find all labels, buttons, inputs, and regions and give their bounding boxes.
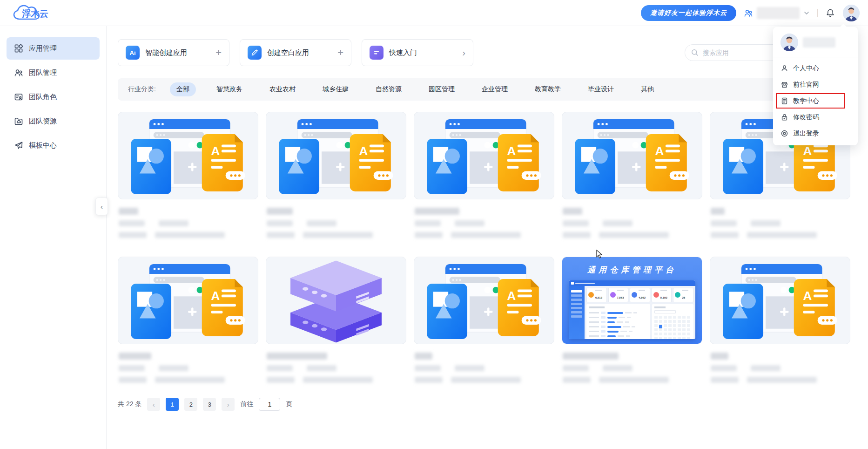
clipboard-icon xyxy=(781,97,788,105)
prev-page-button[interactable]: ‹ xyxy=(147,398,160,411)
sidebar-item-team-resources[interactable]: 团队资源 xyxy=(7,110,100,132)
dropdown-user-header xyxy=(773,27,858,57)
sidebar-item-label: 团队角色 xyxy=(29,93,57,102)
app-info-blurred xyxy=(451,232,521,238)
app-thumbnail: A xyxy=(118,112,258,199)
notification-bell-icon[interactable] xyxy=(825,8,835,18)
filter-option[interactable]: 企业管理 xyxy=(475,82,514,96)
menu-item-label: 退出登录 xyxy=(793,129,819,138)
sidebar-item-team-roles[interactable]: 团队角色 xyxy=(7,86,100,108)
app-card[interactable] xyxy=(266,257,406,392)
filter-option[interactable]: 教育教学 xyxy=(528,82,567,96)
user-avatar[interactable] xyxy=(843,5,860,21)
purple-box-illustration xyxy=(266,257,406,344)
app-card[interactable]: A xyxy=(118,112,258,247)
sidebar-collapse-button[interactable]: ‹ xyxy=(95,197,108,215)
app-info-blurred xyxy=(307,220,336,226)
app-info-blurred xyxy=(455,220,484,226)
app-info-blurred xyxy=(267,365,293,371)
filter-option[interactable]: 城乡住建 xyxy=(316,82,355,96)
menu-item-teaching-center[interactable]: 教学中心 xyxy=(773,93,858,109)
pagination: 共 22 条 ‹ 1 2 3 › 前往 页 xyxy=(118,398,852,411)
menu-item-official-site[interactable]: 前往官网 xyxy=(773,76,858,93)
topbar: 浮木云 邀请好友一起体验浮木云 xyxy=(0,0,868,26)
app-title-blurred xyxy=(415,353,432,360)
menu-item-logout[interactable]: 退出登录 xyxy=(773,125,858,142)
app-title-blurred xyxy=(563,208,582,215)
app-card-meta xyxy=(710,344,850,392)
sidebar-item-label: 应用管理 xyxy=(29,44,57,53)
app-info-blurred xyxy=(455,365,484,371)
document-app-illustration: A xyxy=(710,257,850,344)
app-thumbnail: 通用仓库管理平台 6,512 7,563 4,562 5,192 28 xyxy=(562,257,702,344)
sidebar-item-label: 模板中心 xyxy=(29,141,57,150)
blank-create-app-button[interactable]: 创建空白应用 + xyxy=(240,39,351,66)
svg-text:A: A xyxy=(803,144,812,158)
app-info-blurred xyxy=(303,232,373,238)
document-app-illustration: A xyxy=(414,257,554,344)
menu-item-label: 前往官网 xyxy=(793,81,819,89)
sidebar-item-label: 团队管理 xyxy=(29,68,57,77)
app-title-blurred xyxy=(415,208,459,215)
ai-create-app-button[interactable]: Ai 智能创建应用 + xyxy=(118,39,229,66)
username-blurred xyxy=(757,7,800,19)
app-card[interactable]: A xyxy=(562,112,702,247)
app-info-blurred xyxy=(159,365,188,371)
app-info-blurred xyxy=(415,232,443,238)
lock-icon xyxy=(781,113,788,121)
page-button-3[interactable]: 3 xyxy=(203,398,216,411)
app-info-blurred xyxy=(303,377,373,383)
sidebar-item-team-management[interactable]: 团队管理 xyxy=(7,61,100,84)
topbar-divider xyxy=(817,9,818,17)
industry-filter-bar: 行业分类: 全部 智慧政务 农业农村 城乡住建 自然资源 园区管理 企业管理 教… xyxy=(118,78,852,101)
app-card[interactable]: A xyxy=(266,112,406,247)
app-info-blurred xyxy=(751,365,781,371)
paper-plane-icon xyxy=(14,141,23,150)
app-card[interactable]: A xyxy=(118,257,258,392)
invite-friends-button[interactable]: 邀请好友一起体验浮木云 xyxy=(641,5,736,21)
sidebar-item-app-management[interactable]: 应用管理 xyxy=(7,37,100,60)
blank-create-label: 创建空白应用 xyxy=(267,48,309,57)
filter-option[interactable]: 其他 xyxy=(634,82,660,96)
app-title-blurred xyxy=(267,208,293,215)
page-button-2[interactable]: 2 xyxy=(184,398,197,411)
app-card[interactable]: A xyxy=(414,112,554,247)
user-avatar xyxy=(781,34,798,51)
doc-lines-icon xyxy=(370,46,384,60)
app-info-blurred xyxy=(451,377,521,383)
app-card-meta xyxy=(710,199,850,247)
warehouse-dashboard-illustration: 通用仓库管理平台 6,512 7,563 4,562 5,192 28 xyxy=(562,257,702,344)
filter-option[interactable]: 自然资源 xyxy=(369,82,408,96)
filter-option[interactable]: 毕业设计 xyxy=(581,82,620,96)
filter-option[interactable]: 园区管理 xyxy=(422,82,461,96)
filter-option[interactable]: 农业农村 xyxy=(263,82,302,96)
goto-page-input[interactable] xyxy=(259,398,280,411)
app-info-blurred xyxy=(747,232,817,238)
svg-text:A: A xyxy=(211,144,220,158)
app-info-blurred xyxy=(599,232,669,238)
app-thumbnail xyxy=(266,257,406,344)
storefront-icon xyxy=(781,81,788,88)
app-thumbnail: A xyxy=(118,257,258,344)
app-info-blurred xyxy=(711,365,737,371)
app-card-meta xyxy=(414,344,554,392)
svg-text:A: A xyxy=(803,289,812,303)
filter-option-all[interactable]: 全部 xyxy=(170,82,196,96)
filter-option[interactable]: 智慧政务 xyxy=(210,82,249,96)
sidebar-item-template-center[interactable]: 模板中心 xyxy=(7,134,100,156)
page-button-1[interactable]: 1 xyxy=(166,398,179,411)
app-card[interactable]: A xyxy=(414,257,554,392)
user-menu-trigger[interactable] xyxy=(744,7,810,19)
app-info-blurred xyxy=(159,220,188,226)
svg-text:A: A xyxy=(359,144,368,158)
app-info-blurred xyxy=(747,377,817,383)
app-title-blurred xyxy=(267,353,327,360)
menu-item-personal-center[interactable]: 个人中心 xyxy=(773,60,858,76)
app-card[interactable]: A xyxy=(710,257,850,392)
next-page-button[interactable]: › xyxy=(222,398,235,411)
quick-start-button[interactable]: 快速入门 › xyxy=(362,39,473,66)
menu-item-change-password[interactable]: 修改密码 xyxy=(773,109,858,125)
app-card[interactable]: 通用仓库管理平台 6,512 7,563 4,562 5,192 28 xyxy=(562,257,702,392)
folder-cloud-icon xyxy=(14,116,23,126)
app-thumbnail: A xyxy=(562,112,702,199)
